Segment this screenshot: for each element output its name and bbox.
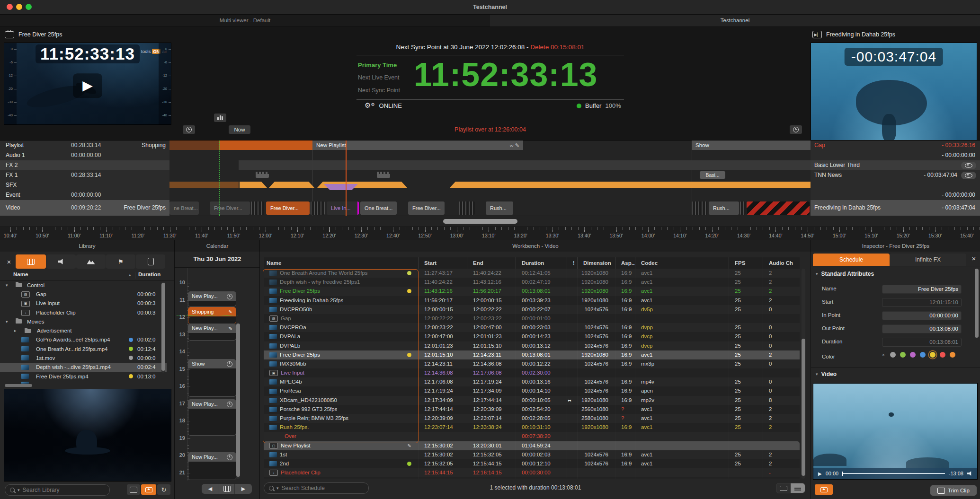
list-view-button[interactable] (791, 483, 805, 493)
timeline-view-button[interactable] (776, 483, 791, 493)
schedule-row-rush-25fps-[interactable]: Rush 25fps.12:23:07:1412:33:38:2400:10:3… (264, 423, 800, 432)
video-clip[interactable]: ne Breat... (169, 201, 199, 215)
player-scrub-bar[interactable] (842, 473, 945, 474)
timeline-ruler[interactable]: 10:40'10:50'11:00'11:10'11:20'11:30'11:4… (0, 227, 980, 240)
calendar-event-new-play-[interactable]: New Play...✎ (188, 324, 236, 341)
library-filter-audio-button[interactable] (46, 254, 76, 269)
column-header-name[interactable]: Name (264, 257, 418, 269)
library-close-button[interactable]: × (4, 254, 14, 269)
video-clip[interactable]: Free Diver... (210, 201, 250, 215)
inspector-video-preview[interactable]: ▶00:00-13:08 (813, 383, 978, 480)
schedule-row-1st[interactable]: 1st12:15:30:0212:15:32:0500:00:02:031024… (264, 450, 800, 459)
calendar-event-show[interactable]: Show (188, 359, 236, 397)
column-header--[interactable]: ! (567, 257, 577, 269)
now-button[interactable]: Now (229, 125, 250, 134)
calendar-today-button[interactable] (219, 484, 235, 494)
video-clip[interactable]: One Breat... (360, 201, 397, 215)
column-header-codec[interactable]: Codec (635, 257, 729, 269)
video-section-header[interactable]: ▾ Video (816, 371, 837, 377)
track-header-audio1[interactable]: Audio 100:00:00:00 (0, 150, 169, 161)
schedule-row-dvpala[interactable]: DVPALa12:00:47:0012:01:01:2300:00:14:231… (264, 332, 800, 341)
schedule-row-dvpalb[interactable]: DVPALb12:01:01:2312:01:15:1000:00:13:121… (264, 341, 800, 350)
countdown-button-right[interactable] (790, 125, 802, 134)
schedule-row-3rd[interactable]: 3rd12:16:14:1512:16:25:0000:00:10:101024… (264, 477, 800, 479)
library-row-depth-wish-dive-25fps1-mp4[interactable]: Depth wish -...dive 25fps1.mp400:02:4 (0, 363, 167, 372)
library-row-gap[interactable]: ▨Gap00:00:0 (0, 289, 167, 298)
calendar-event-new-play-[interactable]: New Play... (188, 452, 236, 480)
column-header-start[interactable]: Start (418, 257, 467, 269)
chevron-right-icon[interactable]: ▸ (14, 328, 17, 333)
column-header-fps[interactable]: FPS (729, 257, 763, 269)
schedule-row-depth-wish-why-freedive-25fps1[interactable]: Depth wish - why freedive 25fps111:40:24… (264, 278, 800, 287)
schedule-row-free-diver-25fps[interactable]: Free Diver 25fps11:43:12:1611:56:20:1700… (264, 287, 800, 296)
schedule-row-proresa[interactable]: ProResa12:17:19:2412:17:34:0900:00:14:10… (264, 386, 800, 395)
field-input-name[interactable]: Free Diver 25fps (882, 285, 962, 294)
schedule-row-porsche-992-gt3-25fps[interactable]: Porsche 992 GT3 25fps12:17:44:1412:20:39… (264, 405, 800, 414)
playlist-block-new-playlist[interactable]: New Playlist∞ ✎ (312, 140, 523, 150)
player-scrub-handle[interactable] (842, 472, 843, 476)
library-refresh-button[interactable]: ↻ (157, 484, 170, 495)
tab-multi-viewer[interactable]: Multi viewer - Default (0, 15, 490, 27)
video-clip[interactable]: Live In... (327, 201, 359, 215)
library-row-placeholder-clip[interactable]: ↓Placeholder Clip00:00:3 (0, 308, 167, 317)
fx-visibility-button[interactable] (961, 162, 976, 169)
track-header-fx1[interactable]: FX 100:28:33:14 (0, 170, 169, 181)
playlist-block[interactable] (219, 140, 312, 150)
schedule-row-imx30mbb[interactable]: IMX30Mbb12:14:23:1112:14:36:0800:00:12:2… (264, 359, 800, 368)
chevron-down-icon[interactable]: ▾ (6, 283, 8, 288)
schedule-row-gap[interactable]: ▨Gap12:00:22:2212:00:23:2200:00:01:00- (264, 314, 800, 323)
playlist-block[interactable] (169, 140, 219, 150)
calendar-day-view[interactable]: 101112131415161718192021New Play...Shopp… (175, 267, 260, 481)
track-header-event[interactable]: Event00:00:00:00 (0, 190, 169, 201)
column-header-asp-[interactable]: Asp... (615, 257, 635, 269)
video-clip[interactable]: Rush... (486, 201, 513, 215)
library-filter-flag-button[interactable]: ⚑ (106, 254, 135, 269)
schedule-row-purple-rein-bmw-m3-25fps[interactable]: Purple Rein; BMW M3 25fps12:20:39:0912:2… (264, 414, 800, 423)
column-header-dimension[interactable]: Dimension (577, 257, 615, 269)
sfx-audio-bar[interactable] (169, 182, 239, 188)
calendar-event-new-play-[interactable]: New Play... (188, 399, 236, 436)
library-filter-video-button[interactable] (16, 254, 46, 269)
video-clip[interactable]: Free Diver... (266, 201, 310, 215)
library-row-gopro-awards-eef-25fps-mp4[interactable]: GoPro Awards...eef 25fps.mp400:02:0 (0, 335, 167, 344)
trim-clip-button[interactable]: Trim Clip (930, 485, 977, 496)
playlist-block-show[interactable]: Show (692, 140, 811, 150)
schedule-row-free-diver-25fps[interactable]: Free Diver 25fps12:01:15:1012:14:23:1100… (264, 350, 800, 359)
schedule-row-freediving-in-dahab-25fps[interactable]: Freediving in Dahab 25fps11:56:20:1712:0… (264, 296, 800, 305)
library-row-free-diver-25fps-mp4[interactable]: Free Diver 25fps.mp400:13:0 (0, 372, 167, 381)
primary-time-label[interactable]: Primary Time (358, 61, 397, 69)
schedule-table[interactable]: One Breath Around The World 25fps11:27:4… (264, 269, 800, 479)
library-row-control[interactable]: ▾Control (0, 280, 167, 289)
library-vscrollbar[interactable] (161, 282, 165, 373)
timeline-scrollbar-track[interactable] (0, 216, 980, 227)
countdown-button-left[interactable] (183, 125, 195, 134)
workbench-vscrollbar[interactable] (802, 269, 805, 479)
fx-keyframe-comb-icon[interactable] (377, 172, 390, 178)
calendar-vscrollbar[interactable] (236, 323, 240, 479)
library-filmstrip-view-button[interactable] (127, 484, 140, 495)
schedule-row-live-input[interactable]: ▣Live Input12:14:36:0812:17:06:0800:02:3… (264, 368, 800, 377)
calendar-prev-button[interactable]: ◀ (202, 484, 219, 494)
calendar-event-shopping[interactable]: Shopping✎ (188, 307, 236, 324)
timeline-scrollbar-thumb[interactable] (443, 219, 517, 224)
schedule-row-dvcpro50b[interactable]: DVCPRO50b12:00:00:1512:00:22:2200:00:22:… (264, 305, 800, 314)
schedule-row-new-playlist[interactable]: ▢New Playlist✎12:15:30:0213:20:30:0101:0… (264, 441, 800, 450)
inspector-player-bar[interactable]: ▶00:00-13:08 (813, 468, 977, 479)
sfx-audio-bar[interactable] (269, 182, 314, 188)
column-header-audio-ch[interactable]: Audio Ch (763, 257, 800, 269)
preview-video[interactable]: -00:03:47:04 (811, 43, 977, 141)
field-input-out-point[interactable]: 00:13:08:00 (882, 324, 962, 333)
library-list[interactable]: ▾Control▨Gap00:00:0▣Live Input00:00:3↓Pl… (0, 280, 174, 384)
calendar-event-new-play-[interactable]: New Play... (188, 291, 236, 306)
schedule-row-one-breath-around-the-world-25fps[interactable]: One Breath Around The World 25fps11:27:4… (264, 269, 800, 278)
column-header-duration[interactable]: Duration (516, 257, 567, 269)
schedule-row-mpeg4b[interactable]: MPEG4b12:17:06:0812:17:19:2400:00:13:161… (264, 377, 800, 386)
video-clip[interactable]: Rush... (709, 201, 739, 215)
schedule-row-xdcam-hd4221080i50[interactable]: XDcam_HD4221080i5012:17:34:0912:17:44:14… (264, 396, 800, 405)
workbench-vscrollbar-thumb[interactable] (802, 339, 805, 476)
fx-clip-basic-lower-third[interactable]: Basi... (700, 171, 725, 179)
track-header-playlist[interactable]: Playlist00:28:33:14Shopping (0, 140, 169, 151)
fx-visibility-button[interactable] (961, 172, 976, 179)
next-live-event-label[interactable]: Next Live Event (358, 74, 400, 81)
track-header-sfx[interactable]: SFX (0, 180, 169, 191)
